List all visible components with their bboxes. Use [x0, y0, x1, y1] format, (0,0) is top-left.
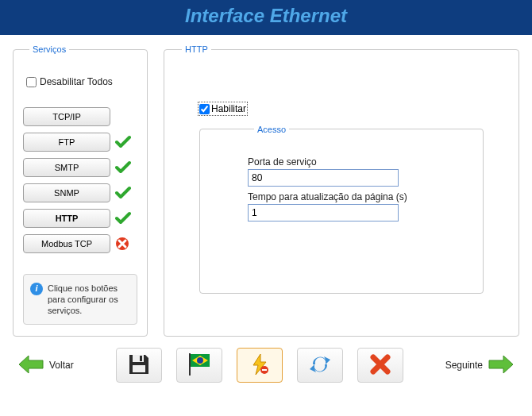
cancel-button[interactable] — [357, 348, 403, 383]
service-button-modbus[interactable]: Modbus TCP — [23, 234, 110, 253]
check-icon — [115, 211, 131, 225]
enable-label[interactable]: Habilitar — [199, 103, 246, 114]
http-legend: HTTP — [182, 44, 211, 54]
back-label: Voltar — [49, 360, 74, 371]
service-row: SMTP — [23, 158, 137, 177]
refresh-label: Tempo para atualização da página (s) — [248, 191, 435, 202]
svg-rect-3 — [133, 365, 145, 372]
disable-all-checkbox[interactable] — [26, 77, 37, 87]
main-content: Serviços Desabilitar Todos TCP/IP FTP SM… — [0, 35, 532, 343]
service-row: TCP/IP — [23, 107, 137, 126]
service-button-http[interactable]: HTTP — [23, 209, 110, 228]
disable-all-row: Desabilitar Todos — [26, 76, 137, 90]
check-icon — [115, 160, 131, 175]
check-icon — [115, 186, 131, 200]
footer: Voltar Seguinte — [0, 343, 532, 391]
language-button[interactable] — [176, 348, 222, 383]
enable-row: Habilitar — [199, 103, 484, 117]
http-group: HTTP Habilitar Acesso Porta de serviço T… — [164, 44, 519, 337]
service-row: Modbus TCP — [23, 234, 137, 253]
http-inner: Habilitar Acesso Porta de serviço Tempo … — [175, 65, 507, 310]
service-button-snmp[interactable]: SNMP — [23, 183, 110, 202]
disable-all-text: Desabilitar Todos — [40, 76, 113, 87]
info-icon: i — [30, 283, 43, 295]
enable-text: Habilitar — [211, 103, 246, 114]
save-icon — [127, 352, 151, 379]
info-text: Clique nos botões para configurar os ser… — [48, 283, 130, 317]
lightning-icon — [249, 352, 271, 379]
footer-toolbar — [116, 348, 403, 383]
service-button-tcpip[interactable]: TCP/IP — [23, 107, 110, 126]
refresh-button[interactable] — [297, 348, 343, 383]
arrow-left-icon — [17, 354, 44, 377]
access-group: Acesso Porta de serviço Tempo para atual… — [199, 125, 484, 294]
info-box: i Clique nos botões para configurar os s… — [23, 274, 137, 325]
svg-rect-8 — [262, 369, 267, 371]
svg-rect-2 — [140, 356, 142, 361]
arrow-right-icon — [488, 354, 515, 377]
check-icon — [115, 135, 131, 149]
svg-point-6 — [197, 357, 203, 364]
page-title: Interface Ethernet — [0, 0, 532, 35]
service-row: HTTP — [23, 209, 137, 228]
refresh-input[interactable] — [248, 204, 399, 221]
save-button[interactable] — [116, 348, 162, 383]
access-legend: Acesso — [254, 125, 289, 134]
flag-icon — [186, 352, 213, 379]
services-group: Serviços Desabilitar Todos TCP/IP FTP SM… — [13, 44, 148, 337]
services-list: TCP/IP FTP SMTP SNMP HTTP — [23, 107, 137, 253]
next-button[interactable]: Seguinte — [442, 351, 518, 380]
service-row: SNMP — [23, 183, 137, 202]
service-button-ftp[interactable]: FTP — [23, 133, 110, 152]
services-legend: Serviços — [29, 44, 69, 54]
enable-checkbox[interactable] — [199, 104, 210, 114]
port-label: Porta de serviço — [248, 156, 435, 168]
service-button-smtp[interactable]: SMTP — [23, 158, 110, 177]
disable-all-label[interactable]: Desabilitar Todos — [26, 76, 113, 87]
refresh-icon — [308, 353, 332, 378]
action-button[interactable] — [237, 348, 283, 383]
port-input[interactable] — [248, 169, 399, 187]
service-row: FTP — [23, 133, 137, 152]
next-label: Seguinte — [445, 360, 483, 371]
close-icon — [370, 354, 391, 377]
error-icon — [115, 237, 129, 251]
back-button[interactable]: Voltar — [14, 351, 77, 380]
